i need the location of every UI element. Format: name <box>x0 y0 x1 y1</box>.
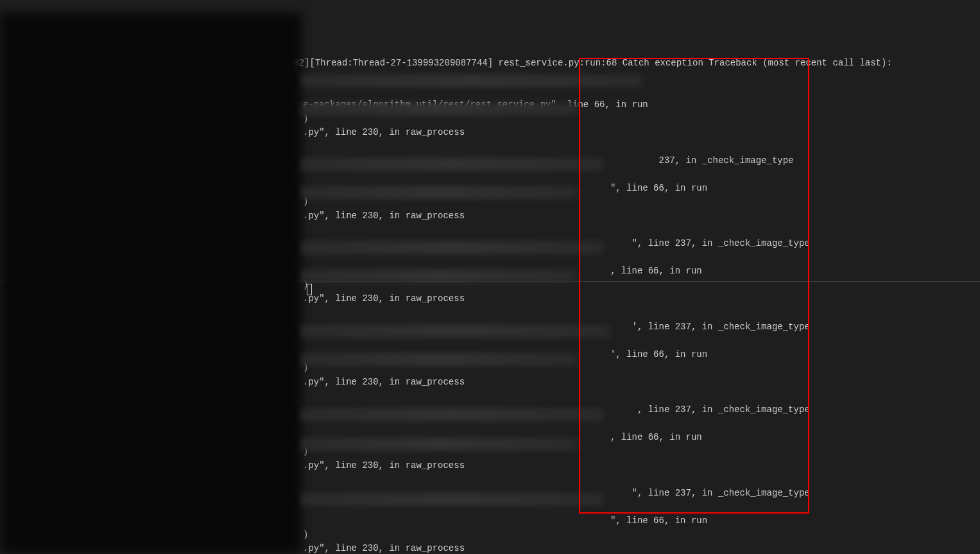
cursor-highlight <box>307 284 312 295</box>
redacted-band <box>302 408 603 421</box>
redacted-band <box>302 325 610 338</box>
redacted-band <box>302 186 578 199</box>
log-viewer[interactable]: 2021-11-12 20:02:10,045 ERROR [Process:M… <box>0 0 980 554</box>
redacted-band <box>302 438 578 451</box>
redacted-region-left <box>0 13 302 554</box>
redacted-band <box>302 270 578 282</box>
redacted-band <box>302 353 578 366</box>
redacted-band <box>302 103 578 116</box>
redacted-band <box>302 493 603 506</box>
redacted-band <box>302 241 603 254</box>
redacted-band <box>302 74 642 87</box>
redacted-band <box>302 158 603 171</box>
